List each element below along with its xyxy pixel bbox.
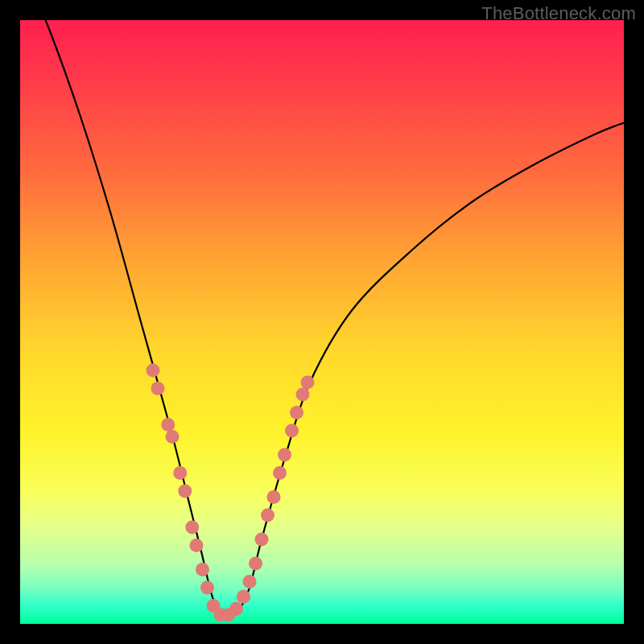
highlight-dot [173,466,187,480]
curve-svg [20,20,624,624]
highlight-dot [166,430,180,444]
highlight-dot [196,563,209,576]
highlight-dot [296,388,310,402]
highlight-dot [151,382,165,395]
highlight-dot [200,581,214,595]
chart-frame: TheBottleneck.com [0,0,644,644]
highlight-dot [255,533,269,547]
highlight-dots [147,364,315,622]
plot-area [20,20,624,624]
highlight-dot [261,509,275,522]
highlight-dot [147,364,160,378]
highlight-dot [278,448,291,462]
highlight-dot [161,418,175,431]
highlight-dot [185,521,199,535]
highlight-dot [190,539,204,552]
highlight-dot [285,424,299,438]
highlight-dot [301,376,315,390]
highlight-dot [237,590,250,604]
highlight-dot [229,602,243,616]
highlight-dot [178,485,192,498]
highlight-dot [243,575,257,588]
highlight-dot [273,466,287,480]
highlight-dot [267,490,281,504]
bottleneck-curve [20,20,624,618]
highlight-dot [290,406,303,419]
watermark-text: TheBottleneck.com [481,3,636,24]
highlight-dot [249,557,262,571]
